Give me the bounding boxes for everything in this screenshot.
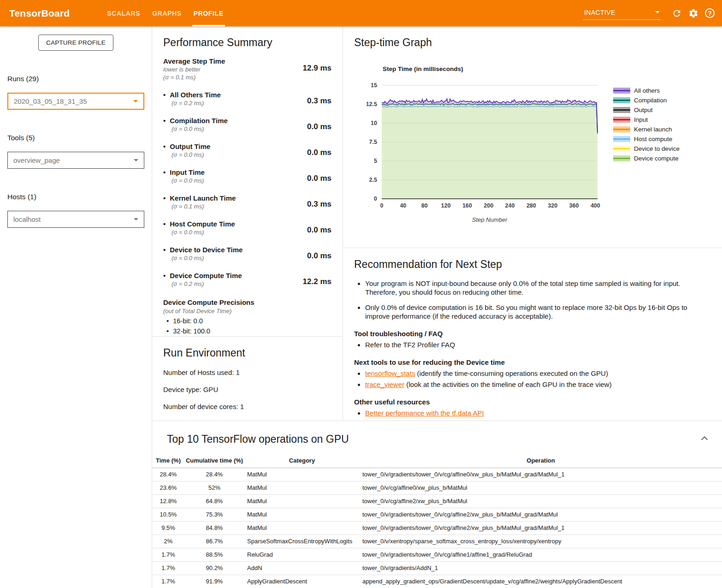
help-icon[interactable]: ? [705, 8, 715, 18]
recommendation-subheading: Tool troubleshooting / FAQ [354, 330, 711, 338]
perf-item-sigma: (σ = 0.0 ms) [163, 177, 205, 184]
performance-summary-section: Performance Summary Average Step Time lo… [152, 26, 343, 336]
legend-item-output[interactable]: Output [613, 105, 680, 115]
perf-item: •Device Compute Time(σ = 0.2 ms)12.2 ms [163, 272, 331, 287]
perf-item-label: •All Others Time [163, 91, 221, 99]
perf-item-value: 0.0 ms [307, 220, 331, 236]
recommendation-sublist: tensorflow_stats (identify the time-cons… [365, 369, 711, 389]
ops-cell: MatMul [244, 521, 360, 535]
perf-item-value: 0.0 ms [307, 168, 331, 184]
runs-select[interactable]: 2020_03_05_18_31_35 [7, 93, 144, 110]
table-row: 1.7%88.5%ReluGradtower_0/v/gradients/tow… [152, 548, 722, 561]
tools-select-value: overview_page [13, 156, 60, 164]
status-dropdown[interactable]: INACTIVE [583, 7, 661, 20]
table-row: 12.8%64.8%MatMultower_0/v/cg/affine2/xw_… [152, 494, 722, 508]
ops-cell: 86.7% [184, 535, 244, 548]
perf-item: •Compilation Time(σ = 0.0 ms)0.0 ms [163, 117, 331, 132]
ops-cell: MatMul [244, 468, 360, 481]
legend-swatch-icon [613, 155, 630, 161]
precision-item: •32-bit: 100.0 [163, 327, 331, 335]
tab-scalars[interactable]: SCALARS [101, 0, 146, 26]
ops-cell: append_apply_gradient_ops/GradientDescen… [360, 575, 722, 588]
perf-item-left: •All Others Time(σ = 0.2 ms) [163, 91, 221, 107]
recommendation-link[interactable]: trace_viewer [365, 380, 404, 388]
perf-item-label: •Input Time [163, 168, 205, 176]
run-env-line: Number of Hosts used: 1 [163, 368, 331, 376]
svg-text:0: 0 [374, 196, 377, 202]
nav-tabs: SCALARSGRAPHSPROFILE [101, 0, 229, 26]
chart-title: Step Time (in milliseconds) [383, 65, 607, 72]
status-dropdown-value: INACTIVE [584, 9, 615, 16]
svg-text:7.5: 7.5 [369, 139, 377, 145]
refresh-icon[interactable] [672, 8, 682, 18]
ops-cell: AddN [244, 561, 360, 575]
recommendation-link[interactable]: Better performance with the tf.data API [365, 409, 484, 417]
runs-label: Runs (29) [7, 75, 144, 83]
ops-cell: MatMul [244, 494, 360, 508]
tools-select[interactable]: overview_page [7, 152, 144, 169]
recommendation-title: Recommendation for Next Step [354, 258, 711, 271]
tab-profile[interactable]: PROFILE [188, 0, 230, 26]
ops-cell: tower_0/v/gradients/tower_0/v/cg/affine2… [360, 521, 722, 535]
ops-cell: ApplyGradientDescent [244, 575, 360, 588]
ops-cell: 28.4% [184, 468, 244, 481]
legend-item-host-compute[interactable]: Host compute [613, 134, 680, 144]
legend-swatch-line [613, 138, 630, 140]
table-row: 9.5%84.8%MatMultower_0/v/gradients/tower… [152, 521, 722, 535]
average-step-time-value: 12.9 ms [303, 57, 331, 81]
svg-text:80: 80 [421, 202, 428, 209]
ops-cell: 64.8% [184, 494, 244, 508]
svg-text:280: 280 [527, 202, 536, 209]
ops-column-header: Time (%) [152, 454, 184, 468]
step-time-chart-canvas[interactable]: 02.557.51012.515040801201602002402803203… [354, 79, 607, 223]
table-row: 28.4%28.4%MatMultower_0/v/gradients/towe… [152, 468, 722, 481]
legend-swatch-line [613, 109, 630, 111]
ops-cell: 52% [184, 481, 244, 494]
ops-column-header: Cumulative time (%) [184, 454, 244, 468]
perf-item-value: 0.3 ms [307, 91, 331, 107]
svg-text:320: 320 [548, 202, 557, 209]
perf-item: •All Others Time(σ = 0.2 ms)0.3 ms [163, 91, 331, 107]
perf-item-label: •Compilation Time [163, 117, 228, 125]
ops-cell: tower_0/v/gradients/tower_0/v/cg/affine0… [360, 468, 722, 481]
svg-text:160: 160 [462, 202, 472, 209]
top-ops-table: Time (%)Cumulative time (%)CategoryOpera… [152, 454, 722, 588]
collapse-chevron-icon[interactable] [702, 436, 707, 441]
runs-select-value: 2020_03_05_18_31_35 [14, 97, 87, 105]
settings-icon[interactable] [688, 8, 698, 18]
performance-summary-title: Performance Summary [163, 36, 331, 49]
recommendation-subitem: tensorflow_stats (identify the time-cons… [365, 369, 711, 378]
legend-item-input[interactable]: Input [613, 115, 680, 125]
legend-swatch-line [613, 158, 630, 159]
svg-text:400: 400 [591, 202, 600, 209]
recommendation-link[interactable]: tensorflow_stats [365, 369, 415, 377]
capture-profile-button[interactable]: CAPTURE PROFILE [38, 35, 113, 51]
svg-text:120: 120 [441, 202, 451, 209]
legend-item-device-compute[interactable]: Device compute [613, 154, 680, 163]
legend-item-kernel-launch[interactable]: Kernel launch [613, 125, 680, 134]
legend-label: All others [634, 87, 660, 94]
bullet-icon: • [163, 220, 166, 228]
table-row: 2%86.7%SparseSoftmaxCrossEntropyWithLogi… [152, 535, 722, 548]
hosts-label: Hosts (1) [7, 193, 144, 201]
bullet-icon: • [163, 246, 166, 254]
perf-item: •Input Time(σ = 0.0 ms)0.0 ms [163, 168, 331, 184]
svg-text:10: 10 [371, 120, 377, 126]
svg-text:Step Number: Step Number [472, 216, 508, 223]
perf-item-value: 0.0 ms [307, 117, 331, 132]
hosts-select[interactable]: localhost [7, 211, 144, 228]
tab-graphs[interactable]: GRAPHS [146, 0, 188, 26]
legend-item-compilation[interactable]: Compilation [613, 95, 680, 105]
run-env-line: Number of device cores: 1 [163, 403, 331, 410]
svg-text:40: 40 [400, 202, 406, 209]
ops-cell: ReluGrad [244, 548, 360, 561]
perf-item-sigma: (σ = 0.2 ms) [163, 100, 221, 107]
legend-swatch-icon [613, 117, 630, 123]
perf-item-sigma: (σ = 0.0 ms) [163, 151, 210, 158]
legend-item-device-to-device[interactable]: Device to device [613, 144, 680, 154]
perf-item-sigma: (σ = 0.1 ms) [163, 203, 236, 210]
step-time-graph-section: Step-time Graph Step Time (in millisecon… [343, 26, 722, 248]
legend-swatch-line [613, 148, 630, 149]
legend-item-all-others[interactable]: All others [613, 86, 680, 95]
bullet-icon: • [163, 168, 166, 176]
